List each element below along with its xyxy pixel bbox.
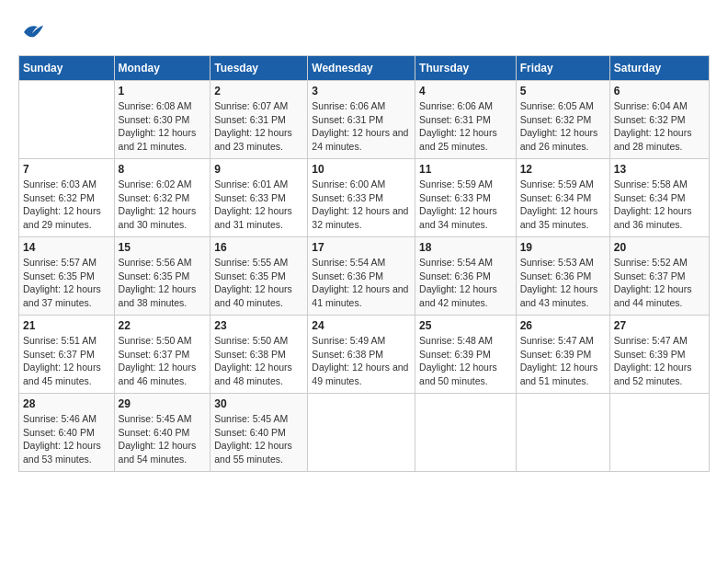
day-number: 2 (214, 85, 303, 98)
day-cell (516, 394, 609, 472)
day-number: 8 (119, 163, 207, 176)
day-cell: 26 Sunrise: 5:47 AMSunset: 6:39 PMDaylig… (516, 316, 609, 394)
day-number: 18 (419, 241, 512, 254)
day-cell: 14 Sunrise: 5:57 AMSunset: 6:35 PMDaylig… (19, 237, 115, 316)
day-info: Sunrise: 6:08 AMSunset: 6:30 PMDaylight:… (119, 99, 207, 154)
day-cell (415, 394, 517, 472)
header-wednesday: Wednesday (308, 56, 415, 81)
day-cell: 30 Sunrise: 5:45 AMSunset: 6:40 PMDaylig… (210, 394, 308, 472)
day-number: 6 (614, 85, 705, 98)
day-number: 12 (520, 163, 606, 176)
day-cell: 10 Sunrise: 6:00 AMSunset: 6:33 PMDaylig… (308, 159, 415, 237)
day-cell: 28 Sunrise: 5:46 AMSunset: 6:40 PMDaylig… (19, 394, 115, 472)
day-info: Sunrise: 5:45 AMSunset: 6:40 PMDaylight:… (119, 412, 207, 466)
day-cell: 7 Sunrise: 6:03 AMSunset: 6:32 PMDayligh… (19, 159, 115, 237)
logo-icon (18, 18, 46, 46)
day-cell: 8 Sunrise: 6:02 AMSunset: 6:32 PMDayligh… (114, 159, 210, 237)
week-row-5: 28 Sunrise: 5:46 AMSunset: 6:40 PMDaylig… (19, 394, 710, 472)
header-sunday: Sunday (19, 56, 115, 81)
day-number: 21 (23, 319, 110, 332)
day-number: 11 (419, 163, 512, 176)
day-info: Sunrise: 5:47 AMSunset: 6:39 PMDaylight:… (614, 334, 705, 388)
day-info: Sunrise: 5:54 AMSunset: 6:36 PMDaylight:… (312, 256, 411, 310)
day-info: Sunrise: 6:05 AMSunset: 6:32 PMDaylight:… (520, 99, 606, 154)
day-info: Sunrise: 5:51 AMSunset: 6:37 PMDaylight:… (23, 334, 110, 388)
header-saturday: Saturday (609, 56, 709, 81)
day-info: Sunrise: 6:00 AMSunset: 6:33 PMDaylight:… (312, 178, 411, 232)
day-cell: 5 Sunrise: 6:05 AMSunset: 6:32 PMDayligh… (516, 81, 609, 159)
day-number: 9 (214, 163, 303, 176)
header-row: SundayMondayTuesdayWednesdayThursdayFrid… (19, 56, 710, 81)
day-info: Sunrise: 5:55 AMSunset: 6:35 PMDaylight:… (214, 256, 303, 310)
day-info: Sunrise: 5:56 AMSunset: 6:35 PMDaylight:… (119, 256, 207, 310)
day-number: 3 (312, 85, 411, 98)
day-number: 24 (312, 319, 411, 332)
day-cell: 2 Sunrise: 6:07 AMSunset: 6:31 PMDayligh… (210, 81, 308, 159)
day-number: 30 (214, 397, 303, 410)
day-cell: 4 Sunrise: 6:06 AMSunset: 6:31 PMDayligh… (415, 81, 517, 159)
day-info: Sunrise: 5:47 AMSunset: 6:39 PMDaylight:… (520, 334, 606, 388)
day-number: 15 (119, 241, 207, 254)
day-info: Sunrise: 5:54 AMSunset: 6:36 PMDaylight:… (419, 256, 512, 310)
day-info: Sunrise: 5:50 AMSunset: 6:38 PMDaylight:… (214, 334, 303, 388)
day-info: Sunrise: 5:52 AMSunset: 6:37 PMDaylight:… (614, 256, 705, 310)
day-cell (609, 394, 709, 472)
day-info: Sunrise: 5:45 AMSunset: 6:40 PMDaylight:… (214, 412, 303, 466)
day-info: Sunrise: 6:06 AMSunset: 6:31 PMDaylight:… (419, 99, 512, 154)
day-cell: 16 Sunrise: 5:55 AMSunset: 6:35 PMDaylig… (210, 237, 308, 316)
day-cell: 20 Sunrise: 5:52 AMSunset: 6:37 PMDaylig… (609, 237, 709, 316)
day-number: 16 (214, 241, 303, 254)
day-cell: 1 Sunrise: 6:08 AMSunset: 6:30 PMDayligh… (114, 81, 210, 159)
day-info: Sunrise: 5:50 AMSunset: 6:37 PMDaylight:… (119, 334, 207, 388)
day-number: 10 (312, 163, 411, 176)
day-number: 14 (23, 241, 110, 254)
day-number: 5 (520, 85, 606, 98)
day-cell: 24 Sunrise: 5:49 AMSunset: 6:38 PMDaylig… (308, 316, 415, 394)
logo (18, 18, 50, 46)
day-number: 22 (119, 319, 207, 332)
day-cell: 9 Sunrise: 6:01 AMSunset: 6:33 PMDayligh… (210, 159, 308, 237)
day-cell: 22 Sunrise: 5:50 AMSunset: 6:37 PMDaylig… (114, 316, 210, 394)
day-number: 27 (614, 319, 705, 332)
day-cell: 13 Sunrise: 5:58 AMSunset: 6:34 PMDaylig… (609, 159, 709, 237)
day-info: Sunrise: 5:49 AMSunset: 6:38 PMDaylight:… (312, 334, 411, 388)
day-number: 13 (614, 163, 705, 176)
day-number: 25 (419, 319, 512, 332)
day-number: 26 (520, 319, 606, 332)
day-number: 1 (119, 85, 207, 98)
day-cell: 6 Sunrise: 6:04 AMSunset: 6:32 PMDayligh… (609, 81, 709, 159)
day-cell: 21 Sunrise: 5:51 AMSunset: 6:37 PMDaylig… (19, 316, 115, 394)
day-number: 19 (520, 241, 606, 254)
day-info: Sunrise: 5:48 AMSunset: 6:39 PMDaylight:… (419, 334, 512, 388)
day-cell (308, 394, 415, 472)
page-header (18, 18, 710, 46)
day-cell: 18 Sunrise: 5:54 AMSunset: 6:36 PMDaylig… (415, 237, 517, 316)
day-info: Sunrise: 5:59 AMSunset: 6:34 PMDaylight:… (520, 178, 606, 232)
day-info: Sunrise: 5:46 AMSunset: 6:40 PMDaylight:… (23, 412, 110, 466)
day-cell (19, 81, 115, 159)
day-number: 28 (23, 397, 110, 410)
calendar-table: SundayMondayTuesdayWednesdayThursdayFrid… (18, 55, 710, 472)
day-cell: 17 Sunrise: 5:54 AMSunset: 6:36 PMDaylig… (308, 237, 415, 316)
day-number: 29 (119, 397, 207, 410)
day-info: Sunrise: 6:06 AMSunset: 6:31 PMDaylight:… (312, 99, 411, 154)
day-info: Sunrise: 6:01 AMSunset: 6:33 PMDaylight:… (214, 178, 303, 232)
day-info: Sunrise: 5:53 AMSunset: 6:36 PMDaylight:… (520, 256, 606, 310)
day-info: Sunrise: 5:58 AMSunset: 6:34 PMDaylight:… (614, 178, 705, 232)
day-number: 17 (312, 241, 411, 254)
day-number: 7 (23, 163, 110, 176)
header-friday: Friday (516, 56, 609, 81)
header-thursday: Thursday (415, 56, 517, 81)
day-cell: 23 Sunrise: 5:50 AMSunset: 6:38 PMDaylig… (210, 316, 308, 394)
day-cell: 25 Sunrise: 5:48 AMSunset: 6:39 PMDaylig… (415, 316, 517, 394)
week-row-2: 7 Sunrise: 6:03 AMSunset: 6:32 PMDayligh… (19, 159, 710, 237)
day-cell: 27 Sunrise: 5:47 AMSunset: 6:39 PMDaylig… (609, 316, 709, 394)
day-cell: 11 Sunrise: 5:59 AMSunset: 6:33 PMDaylig… (415, 159, 517, 237)
day-info: Sunrise: 5:57 AMSunset: 6:35 PMDaylight:… (23, 256, 110, 310)
week-row-1: 1 Sunrise: 6:08 AMSunset: 6:30 PMDayligh… (19, 81, 710, 159)
day-cell: 12 Sunrise: 5:59 AMSunset: 6:34 PMDaylig… (516, 159, 609, 237)
day-number: 23 (214, 319, 303, 332)
day-info: Sunrise: 6:07 AMSunset: 6:31 PMDaylight:… (214, 99, 303, 154)
day-info: Sunrise: 6:03 AMSunset: 6:32 PMDaylight:… (23, 178, 110, 232)
header-monday: Monday (114, 56, 210, 81)
